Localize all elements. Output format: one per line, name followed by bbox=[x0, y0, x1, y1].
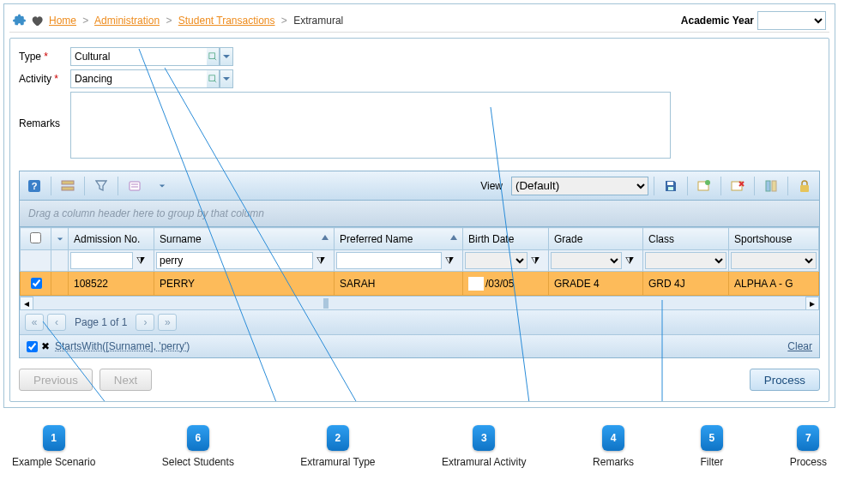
type-lookup-button[interactable] bbox=[207, 47, 220, 66]
filter-expression-bar: ✖ StartsWith([Surname], 'perry') Clear bbox=[20, 334, 819, 357]
col-grade[interactable]: Grade bbox=[549, 228, 643, 250]
breadcrumb-trans[interactable]: Student Transactions bbox=[178, 15, 275, 27]
pager-prev[interactable]: ‹ bbox=[47, 314, 66, 331]
pager-text: Page 1 of 1 bbox=[75, 316, 127, 328]
academic-year-label: Academic Year bbox=[681, 15, 754, 27]
table-row[interactable]: 108522 PERRY SARAH /03/05 GRADE 4 GRD 4J… bbox=[21, 272, 819, 296]
delete-view-button[interactable] bbox=[726, 176, 749, 196]
filter-preferred-btn[interactable]: ⧩ bbox=[442, 252, 457, 269]
annotation-3: 3 Extramural Activity bbox=[442, 425, 527, 468]
type-label: Type * bbox=[19, 47, 70, 63]
filter-surname[interactable] bbox=[156, 252, 313, 269]
filter-grade-btn[interactable]: ⧩ bbox=[622, 252, 637, 269]
heart-icon bbox=[30, 14, 44, 27]
header-dropdown[interactable] bbox=[51, 228, 69, 250]
activity-input[interactable] bbox=[70, 69, 207, 88]
svg-rect-6 bbox=[130, 182, 140, 190]
pager: « ‹ Page 1 of 1 › » bbox=[20, 309, 819, 334]
header-row: Admission No. Surname Preferred Name Bir… bbox=[21, 228, 819, 250]
col-house[interactable]: Sportshouse bbox=[729, 228, 819, 250]
breadcrumb: Home > Administration > Student Transact… bbox=[49, 15, 343, 27]
row-checkbox[interactable] bbox=[31, 278, 42, 289]
filter-grade[interactable] bbox=[551, 252, 622, 269]
cell-birth: /03/05 bbox=[463, 272, 549, 296]
scroll-thumb[interactable] bbox=[323, 298, 329, 309]
col-preferred[interactable]: Preferred Name bbox=[335, 228, 463, 250]
activity-dropdown-button[interactable] bbox=[220, 69, 233, 88]
annotation-labels: 1 Example Scenario 6 Select Students 2 E… bbox=[3, 425, 835, 468]
academic-year-select[interactable] bbox=[757, 11, 826, 30]
group-by-bar[interactable]: Drag a column header here to group by th… bbox=[20, 201, 819, 227]
type-input[interactable] bbox=[70, 47, 207, 66]
activity-row: Activity * bbox=[19, 69, 820, 88]
select-all-checkbox[interactable] bbox=[30, 232, 41, 243]
app-window: Home > Administration > Student Transact… bbox=[3, 3, 835, 408]
remarks-textarea[interactable] bbox=[70, 92, 671, 159]
cell-grade: GRADE 4 bbox=[549, 272, 643, 296]
svg-rect-7 bbox=[667, 182, 673, 185]
pager-first[interactable]: « bbox=[25, 314, 44, 331]
filter-expression[interactable]: StartsWith([Surname], 'perry') bbox=[55, 340, 190, 352]
svg-rect-13 bbox=[772, 181, 776, 191]
previous-button[interactable]: Previous bbox=[19, 369, 93, 391]
annotation-2: 2 Extramural Type bbox=[300, 425, 375, 468]
activity-lookup-button[interactable] bbox=[207, 69, 220, 88]
col-surname[interactable]: Surname bbox=[154, 228, 335, 250]
filter-house[interactable] bbox=[731, 252, 817, 269]
annotation-4: 4 Remarks bbox=[593, 425, 634, 468]
col-class[interactable]: Class bbox=[643, 228, 729, 250]
filter-clear-link[interactable]: Clear bbox=[787, 340, 812, 352]
process-button[interactable]: Process bbox=[750, 369, 820, 391]
save-view-button[interactable] bbox=[660, 176, 682, 196]
filter-clear-x[interactable]: ✖ bbox=[41, 340, 50, 352]
sort-asc-icon bbox=[322, 235, 329, 240]
filter-admission[interactable] bbox=[70, 252, 133, 269]
grid-toolbar: ? View (Default) bbox=[20, 171, 819, 201]
filter-button[interactable] bbox=[90, 176, 112, 196]
help-button[interactable]: ? bbox=[23, 176, 45, 196]
next-button[interactable]: Next bbox=[99, 369, 152, 391]
new-view-button[interactable] bbox=[693, 176, 715, 196]
horizontal-scrollbar[interactable]: ◂ ▸ bbox=[20, 296, 819, 309]
scroll-right-button[interactable]: ▸ bbox=[805, 297, 819, 310]
breadcrumb-home[interactable]: Home bbox=[49, 15, 76, 27]
scroll-left-button[interactable]: ◂ bbox=[20, 297, 33, 310]
cell-house: ALPHA A - G bbox=[729, 272, 819, 296]
students-grid: ? View (Default) bbox=[19, 171, 820, 358]
filter-row: ⧩ ⧩ ⧩ ⧩ ⧩ bbox=[21, 250, 819, 272]
breadcrumb-admin[interactable]: Administration bbox=[94, 15, 160, 27]
annotation-7: 7 Process bbox=[790, 425, 827, 468]
lock-button[interactable] bbox=[793, 176, 816, 196]
filter-preferred[interactable] bbox=[336, 252, 442, 269]
col-birth[interactable]: Birth Date bbox=[463, 228, 549, 250]
svg-rect-8 bbox=[668, 187, 673, 190]
export-button[interactable] bbox=[124, 176, 146, 196]
filter-surname-btn[interactable]: ⧩ bbox=[313, 252, 329, 269]
sort-asc-icon bbox=[450, 235, 457, 240]
svg-rect-5 bbox=[62, 187, 74, 190]
filter-admission-btn[interactable]: ⧩ bbox=[133, 252, 148, 269]
view-select[interactable]: (Default) bbox=[511, 177, 648, 195]
customize-button[interactable] bbox=[760, 176, 782, 196]
svg-text:?: ? bbox=[32, 181, 38, 191]
svg-rect-4 bbox=[62, 181, 74, 184]
export-dropdown[interactable] bbox=[151, 176, 173, 196]
filter-birth-btn[interactable]: ⧩ bbox=[528, 252, 543, 269]
type-dropdown-button[interactable] bbox=[220, 47, 233, 66]
form-panel: Type * Activity * Remarks ? bbox=[9, 38, 829, 402]
svg-rect-12 bbox=[766, 181, 770, 191]
filter-enabled-checkbox[interactable] bbox=[27, 341, 38, 352]
pager-next[interactable]: › bbox=[136, 314, 154, 331]
filter-class[interactable] bbox=[645, 252, 726, 269]
action-buttons: Previous Next Process bbox=[19, 369, 820, 391]
svg-rect-1 bbox=[209, 75, 215, 81]
pager-last[interactable]: » bbox=[158, 314, 177, 331]
col-admission[interactable]: Admission No. bbox=[69, 228, 154, 250]
cell-preferred: SARAH bbox=[335, 272, 463, 296]
breadcrumb-sep: > bbox=[166, 15, 172, 27]
breadcrumb-sep: > bbox=[82, 15, 88, 27]
filter-birth[interactable] bbox=[465, 252, 528, 269]
columns-button[interactable] bbox=[57, 176, 79, 196]
puzzle-icon bbox=[13, 13, 28, 28]
annotation-1: 1 Example Scenario bbox=[12, 425, 95, 468]
